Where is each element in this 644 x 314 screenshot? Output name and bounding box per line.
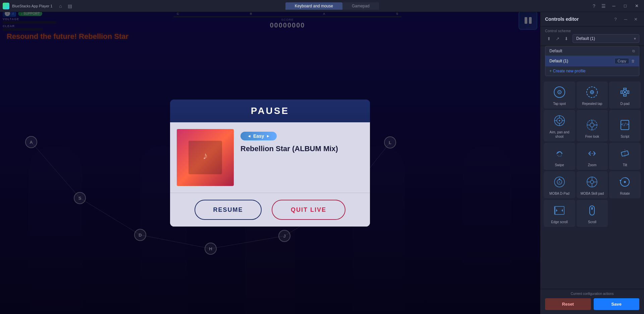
panel-bottom: Current configuration actions Reset Save	[540, 289, 644, 314]
control-script[interactable]: </> Script	[609, 110, 641, 141]
main-layout: ♪ ♬ ♪ SUPPORT VOLTAGE CLEAR	[0, 12, 644, 314]
minimize-button[interactable]: ─	[609, 1, 619, 11]
profile-item-default1[interactable]: Default (1) Copy 🗑	[545, 56, 639, 66]
control-edge-scroll[interactable]: Edge scroll	[544, 200, 575, 227]
control-moba-skill-pad[interactable]: MOBA Skill pad	[577, 171, 608, 198]
panel-help-button[interactable]: ?	[612, 15, 619, 23]
quit-button[interactable]: QUIT LIVE	[272, 200, 345, 220]
svg-marker-54	[561, 209, 563, 212]
tab-bar: Keyboard and mouse Gamepad	[76, 2, 588, 10]
maximize-button[interactable]: □	[621, 1, 630, 11]
scheme-row: ⬆ ↗ ⬇ Default (1) Default ▼	[545, 34, 639, 43]
pause-title: PAUSE	[176, 106, 364, 116]
home-button[interactable]: ⌂	[56, 2, 64, 10]
save-button[interactable]: Save	[594, 298, 640, 310]
profile-default1-delete-icon: 🗑	[631, 59, 635, 63]
scheme-select-wrap: Default (1) Default ▼	[573, 34, 639, 43]
profile-dropdown: Default ⧉ Default (1) Copy 🗑 + Create ne…	[545, 46, 639, 76]
svg-marker-53	[556, 209, 557, 212]
aim-pan-shoot-icon	[552, 113, 567, 128]
scroll-label: Scroll	[588, 220, 596, 224]
diff-arrow-left: ◄	[247, 134, 251, 138]
script-label: Script	[621, 134, 629, 139]
tilt-icon	[618, 146, 632, 161]
tab-gamepad[interactable]: Gamepad	[342, 2, 379, 10]
control-rotate[interactable]: Rotate	[609, 171, 641, 198]
action-buttons: Reset Save	[545, 298, 639, 310]
d-pad-icon	[618, 85, 632, 100]
controls-grid: Tap spot Repeated tap	[540, 79, 644, 289]
title-bar-right: ? ☰ ─ □ ✕	[590, 1, 641, 11]
scheme-section: Control scheme ⬆ ↗ ⬇ Default (1) Default…	[540, 26, 644, 46]
control-tilt[interactable]: Tilt	[609, 143, 641, 170]
zoom-icon	[585, 146, 599, 161]
svg-marker-18	[622, 91, 623, 93]
control-tap-spot[interactable]: Tap spot	[544, 81, 575, 109]
control-scroll[interactable]: Scroll	[577, 200, 608, 227]
moba-skill-pad-label: MOBA Skill pad	[581, 191, 604, 196]
tap-spot-label: Tap spot	[553, 102, 566, 106]
panel-minimize-button[interactable]: ─	[622, 15, 629, 23]
scheme-import-button[interactable]: ⬇	[562, 35, 570, 42]
swipe-icon	[552, 146, 567, 161]
scheme-label: Control scheme	[545, 29, 639, 33]
pause-dialog-body: ♪ ◄ Easy ► Rebellion Star (ALBUM Mix)	[170, 122, 370, 193]
moba-skill-pad-icon	[585, 175, 599, 189]
close-button[interactable]: ✕	[632, 1, 641, 11]
svg-point-26	[559, 120, 560, 121]
song-name: Rebellion Star (ALBUM Mix)	[240, 144, 338, 153]
svg-marker-50	[620, 180, 622, 182]
app-name: BlueStacks App Player 1	[12, 4, 52, 8]
tab-keyboard-mouse[interactable]: Keyboard and mouse	[285, 2, 342, 10]
control-repeated-tap[interactable]: Repeated tap	[577, 81, 608, 109]
edge-scroll-icon	[552, 203, 567, 218]
control-free-look[interactable]: Free look	[577, 110, 608, 141]
scheme-select[interactable]: Default (1) Default	[573, 34, 639, 43]
pause-dialog-header: PAUSE	[170, 100, 370, 122]
new-profile-button[interactable]: + Create new profile	[545, 66, 639, 76]
reset-button[interactable]: Reset	[545, 298, 591, 310]
profile-default-label: Default	[549, 49, 562, 53]
scheme-export-button[interactable]: ↗	[554, 35, 561, 42]
nav-buttons: ⌂ ▤	[56, 2, 74, 10]
pause-dialog-footer: RESUME QUIT LIVE	[170, 193, 370, 227]
repeated-tap-icon	[585, 85, 599, 100]
resume-button[interactable]: RESUME	[195, 200, 262, 220]
title-bar: BlueStacks App Player 1 ⌂ ▤ Keyboard and…	[0, 0, 644, 12]
svg-point-49	[624, 181, 626, 183]
song-info: ◄ Easy ► Rebellion Star (ALBUM Mix)	[240, 129, 338, 153]
tilt-label: Tilt	[623, 163, 627, 167]
panel-close-button[interactable]: ✕	[632, 15, 639, 23]
menu-button[interactable]: ☰	[600, 2, 607, 10]
difficulty-label: Easy	[253, 133, 264, 139]
profile-default-right: ⧉	[632, 49, 635, 53]
control-zoom[interactable]: Zoom	[577, 143, 608, 170]
pause-overlay: PAUSE ♪ ◄ Easy ►	[0, 12, 540, 314]
help-button[interactable]: ?	[590, 2, 598, 10]
scheme-action-icons: ⬆ ↗ ⬇	[545, 35, 570, 42]
svg-text:</>: </>	[621, 122, 629, 127]
panel-title: Controls editor	[545, 16, 579, 22]
copy-button[interactable]: Copy	[614, 58, 629, 64]
control-swipe[interactable]: Swipe	[544, 143, 575, 170]
zoom-label: Zoom	[588, 163, 597, 167]
svg-point-10	[559, 92, 560, 93]
moba-d-pad-icon: 6	[552, 175, 567, 189]
svg-text:6: 6	[559, 181, 560, 184]
control-aim-pan-shoot[interactable]: Aim, pan and shoot	[544, 110, 575, 141]
script-icon: </>	[618, 118, 632, 132]
profile-default1-label: Default (1)	[549, 59, 568, 63]
swipe-label: Swipe	[555, 163, 564, 167]
pause-dialog: PAUSE ♪ ◄ Easy ►	[170, 100, 370, 227]
tap-spot-icon	[552, 85, 567, 100]
scheme-upload-button[interactable]: ⬆	[545, 35, 552, 42]
control-moba-d-pad[interactable]: 6 MOBA D-Pad	[544, 171, 575, 198]
d-pad-label: D-pad	[621, 102, 630, 106]
control-d-pad[interactable]: D-pad	[609, 81, 641, 109]
new-profile-label: + Create new profile	[549, 69, 586, 73]
recent-button[interactable]: ▤	[66, 2, 74, 10]
repeated-tap-label: Repeated tap	[582, 102, 602, 106]
difficulty-badge: ◄ Easy ►	[240, 132, 277, 140]
moba-d-pad-label: MOBA D-Pad	[549, 191, 570, 196]
profile-item-default[interactable]: Default ⧉	[545, 46, 639, 56]
